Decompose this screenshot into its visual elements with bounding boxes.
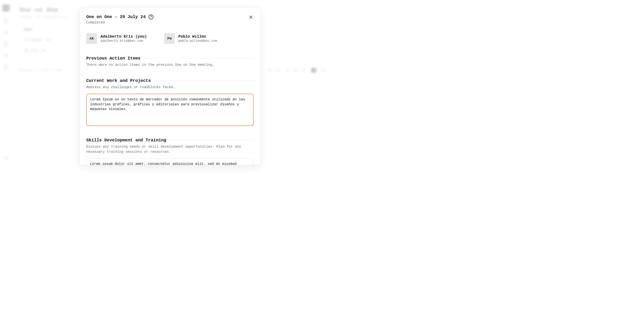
participant-email: adalberto.kris@bas.com — [100, 39, 147, 43]
section-description: Discuss any training needs or skill deve… — [86, 144, 250, 154]
close-icon — [249, 16, 252, 19]
section-previous-action-items: Previous Action Items There were no acti… — [86, 56, 254, 67]
section-description: Address any challenges or roadblocks fac… — [86, 85, 250, 90]
help-icon[interactable]: ? — [149, 14, 153, 19]
current-work-textarea[interactable] — [86, 94, 254, 126]
participant-name: Adalberto Kris (you) — [100, 34, 147, 39]
avatar: PW — [164, 33, 175, 44]
modal-status: Completed — [86, 21, 153, 24]
participant-email: pablo.willms@bas.com — [178, 39, 217, 43]
section-heading: Previous Action Items — [86, 56, 140, 61]
one-on-one-modal: One on One - 29 July 24 ? Completed AK A… — [80, 8, 260, 165]
section-heading: Skills Development and Training — [86, 138, 166, 143]
participant-name: Pablo Willms — [178, 34, 217, 39]
section-current-work: Current Work and Projects Address any ch… — [86, 78, 254, 127]
section-skills-training: Skills Development and Training Discuss … — [86, 138, 254, 165]
close-button[interactable] — [248, 14, 254, 20]
avatar: AK — [86, 33, 97, 44]
participant-self: AK Adalberto Kris (you) adalberto.kris@b… — [86, 33, 147, 44]
participant-other: PW Pablo Willms pablo.willms@bas.com — [164, 33, 217, 44]
section-divider — [170, 140, 254, 140]
section-heading: Current Work and Projects — [86, 78, 151, 83]
modal-title: One on One - 29 July 24 — [86, 14, 146, 19]
skills-textarea[interactable] — [86, 158, 254, 165]
section-description: There were no action items in the previo… — [86, 62, 250, 67]
section-divider — [144, 58, 254, 58]
